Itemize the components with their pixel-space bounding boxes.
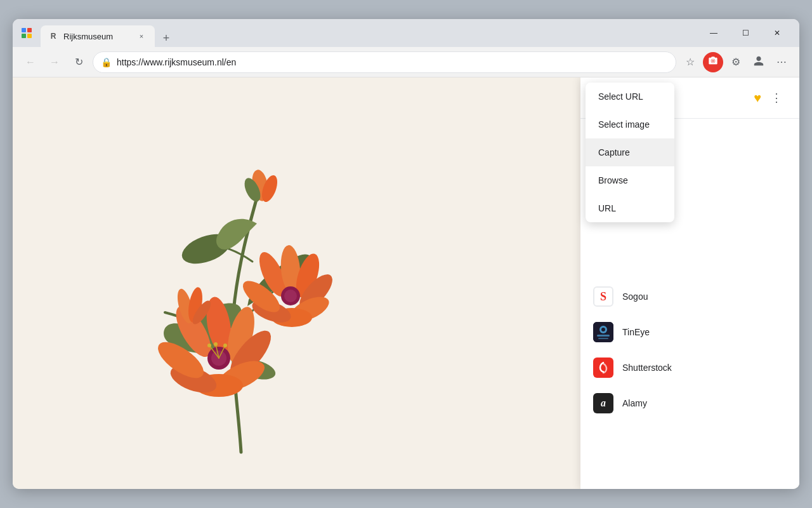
extension-panel: Capture ▲ ♥ ⋮ Select URL Select image Ca… xyxy=(580,77,799,489)
camera-icon xyxy=(708,56,718,69)
engine-item-tineye[interactable]: TinEye xyxy=(580,314,799,350)
reload-button[interactable]: ↻ xyxy=(69,52,89,72)
settings-button[interactable]: ⚙ xyxy=(726,52,746,72)
new-tab-button[interactable]: + xyxy=(157,29,175,47)
svg-rect-3 xyxy=(27,34,32,38)
main-content: Capture ▲ ♥ ⋮ Select URL Select image Ca… xyxy=(13,77,799,489)
tab-favicon: R xyxy=(48,31,58,41)
more-button[interactable]: ⋯ xyxy=(771,52,792,72)
tineye-logo xyxy=(593,322,613,342)
svg-text:S: S xyxy=(600,290,606,303)
address-bar[interactable]: 🔒 https://www.rijksmuseum.nl/en xyxy=(93,51,676,73)
svg-point-43 xyxy=(601,328,605,331)
toolbar: ← → ↻ 🔒 https://www.rijksmuseum.nl/en ☆ xyxy=(13,47,799,77)
svg-point-33 xyxy=(284,290,297,302)
tab-area: R Rijksmuseum × + xyxy=(41,19,694,47)
sogou-logo: S xyxy=(593,286,613,307)
dropdown-item-select-image[interactable]: Select image xyxy=(586,110,674,138)
profile-button[interactable] xyxy=(749,52,769,72)
star-button[interactable]: ☆ xyxy=(680,52,700,72)
dropdown-item-select-url[interactable]: Select URL xyxy=(586,83,674,110)
active-tab[interactable]: R Rijksmuseum × xyxy=(41,25,155,47)
alamy-name: Alamy xyxy=(622,398,647,408)
tineye-name: TinEye xyxy=(622,327,650,337)
engines-list: S Sogou xyxy=(580,271,799,489)
engine-item-alamy[interactable]: a Alamy xyxy=(580,385,799,421)
browser-window: R Rijksmuseum × + — ☐ ✕ ← → ↻ 🔒 https://… xyxy=(13,19,799,489)
svg-point-23 xyxy=(223,344,227,347)
svg-rect-0 xyxy=(22,28,26,32)
tab-close-button[interactable]: × xyxy=(136,30,147,42)
window-controls: — ☐ ✕ xyxy=(699,23,792,43)
forward-icon: → xyxy=(49,57,60,68)
lock-icon: 🔒 xyxy=(101,57,112,67)
dropdown-item-capture[interactable]: Capture xyxy=(586,138,674,166)
toolbar-actions: ☆ ⚙ ⋯ xyxy=(680,52,792,72)
svg-rect-45 xyxy=(598,338,608,339)
dropdown-item-browse[interactable]: Browse xyxy=(586,166,674,194)
alamy-logo: a xyxy=(593,393,613,413)
url-text: https://www.rijksmuseum.nl/en xyxy=(117,57,668,67)
svg-rect-1 xyxy=(27,28,32,32)
flower-illustration xyxy=(89,97,393,465)
camera-button[interactable] xyxy=(703,52,723,72)
dropdown-menu: Select URL Select image Capture Browse U… xyxy=(586,83,674,222)
sogou-name: Sogou xyxy=(622,291,648,302)
tab-title: Rijksmuseum xyxy=(63,32,131,41)
title-bar: R Rijksmuseum × + — ☐ ✕ xyxy=(13,19,799,47)
engine-item-sogou[interactable]: S Sogou xyxy=(580,279,799,314)
heart-icon[interactable]: ♥ xyxy=(754,91,761,105)
profile-icon xyxy=(753,55,764,69)
settings-icon: ⚙ xyxy=(731,56,740,68)
minimize-button[interactable]: — xyxy=(699,23,728,43)
extension-menu-button[interactable]: ⋮ xyxy=(766,88,787,108)
svg-rect-44 xyxy=(597,335,610,337)
svg-text:a: a xyxy=(601,398,606,408)
shutterstock-logo xyxy=(593,358,613,378)
back-icon: ← xyxy=(25,57,36,68)
svg-point-21 xyxy=(207,344,211,347)
svg-rect-2 xyxy=(22,34,26,38)
close-button[interactable]: ✕ xyxy=(763,23,792,43)
maximize-button[interactable]: ☐ xyxy=(731,23,760,43)
engine-item-shutterstock[interactable]: Shutterstock xyxy=(580,350,799,385)
more-icon: ⋯ xyxy=(776,56,787,68)
browser-logo xyxy=(20,27,33,39)
reload-icon: ↻ xyxy=(75,56,83,68)
dropdown-item-url[interactable]: URL xyxy=(586,194,674,222)
star-icon: ☆ xyxy=(686,56,695,68)
back-button[interactable]: ← xyxy=(20,52,41,72)
forward-button[interactable]: → xyxy=(44,52,65,72)
svg-point-22 xyxy=(214,342,218,346)
shutterstock-name: Shutterstock xyxy=(622,363,672,373)
